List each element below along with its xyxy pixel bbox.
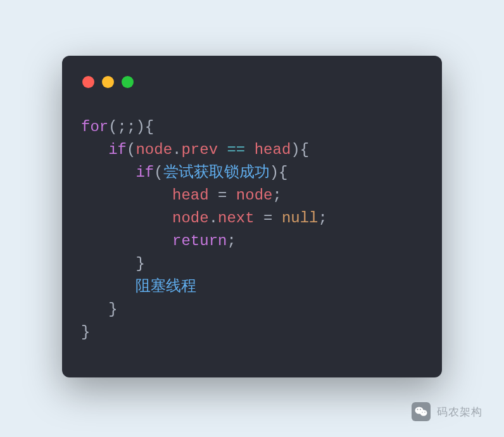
identifier: node bbox=[172, 210, 209, 227]
identifier: head bbox=[172, 187, 209, 204]
punct: ; bbox=[272, 187, 281, 204]
indent bbox=[81, 278, 135, 295]
traffic-lights bbox=[81, 76, 423, 88]
svg-point-5 bbox=[424, 412, 425, 412]
identifier: node bbox=[236, 187, 273, 204]
indent bbox=[81, 187, 172, 204]
property: next bbox=[218, 210, 255, 227]
punct: ){ bbox=[270, 164, 288, 181]
indent bbox=[81, 141, 108, 158]
punct: . bbox=[209, 210, 218, 227]
punct: (;;){ bbox=[108, 118, 154, 136]
punct: ( bbox=[154, 164, 163, 181]
null-literal: null bbox=[282, 210, 318, 227]
comment-text: 尝试获取锁成功 bbox=[163, 164, 270, 181]
svg-point-4 bbox=[422, 412, 422, 412]
indent bbox=[81, 164, 135, 181]
maximize-icon bbox=[122, 76, 134, 88]
wechat-icon bbox=[412, 402, 431, 421]
indent bbox=[81, 210, 172, 227]
operator: == bbox=[218, 141, 255, 158]
comment-text: 阻塞线程 bbox=[135, 278, 196, 295]
watermark-text: 码农架构 bbox=[437, 405, 482, 419]
punct: } bbox=[81, 324, 90, 341]
punct: } bbox=[108, 301, 117, 318]
identifier: head bbox=[255, 141, 291, 158]
keyword-return: return bbox=[172, 232, 227, 250]
svg-point-2 bbox=[417, 409, 419, 410]
identifier: node bbox=[135, 141, 172, 158]
svg-point-3 bbox=[420, 409, 421, 410]
keyword-if: if bbox=[108, 141, 127, 158]
close-icon bbox=[82, 76, 94, 88]
keyword-for: for bbox=[81, 118, 108, 136]
operator: = bbox=[255, 210, 282, 227]
keyword-if: if bbox=[135, 164, 154, 181]
operator: = bbox=[209, 187, 236, 204]
punct: ( bbox=[127, 141, 135, 158]
svg-point-1 bbox=[420, 410, 427, 416]
watermark: 码农架构 bbox=[412, 402, 482, 421]
minimize-icon bbox=[102, 76, 114, 88]
indent bbox=[81, 232, 172, 250]
punct: ; bbox=[227, 232, 236, 250]
punct: } bbox=[135, 255, 144, 272]
property: prev bbox=[181, 141, 218, 158]
code-block: for(;;){ if(node.prev == head){ if(尝试获取锁… bbox=[81, 116, 423, 344]
punct: . bbox=[172, 141, 181, 158]
punct: ){ bbox=[291, 141, 309, 158]
indent bbox=[81, 255, 135, 272]
indent bbox=[81, 301, 108, 318]
punct: ; bbox=[318, 210, 327, 227]
code-window: for(;;){ if(node.prev == head){ if(尝试获取锁… bbox=[62, 56, 442, 377]
